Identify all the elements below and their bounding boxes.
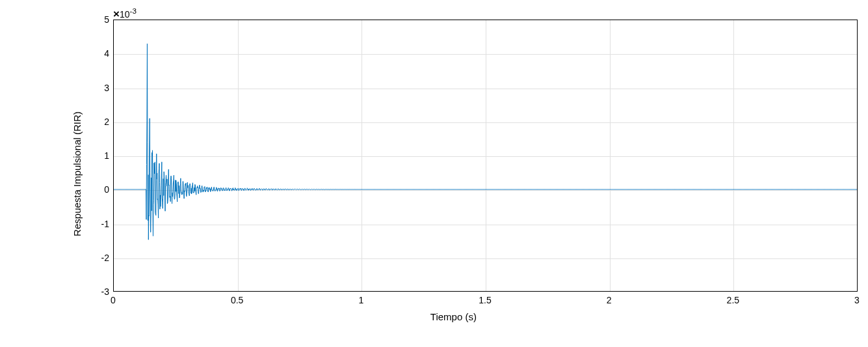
y-tick: -1 xyxy=(83,219,109,229)
mult-symbol: × xyxy=(113,8,120,20)
y-axis-exponent: ××1010-3 xyxy=(113,7,137,21)
exp-sup: -3 xyxy=(130,7,137,15)
x-axis-label: Tiempo (s) xyxy=(430,311,477,322)
x-tick: 3 xyxy=(854,295,860,305)
y-tick: -3 xyxy=(83,286,109,297)
y-tick: -2 xyxy=(83,253,109,263)
x-tick: 2.5 xyxy=(727,295,739,305)
y-tick: 4 xyxy=(83,48,109,59)
y-tick: 2 xyxy=(83,117,109,127)
y-tick: 5 xyxy=(83,14,109,25)
signal-svg xyxy=(114,20,857,291)
y-tick: 1 xyxy=(83,150,109,161)
impulse-response-line xyxy=(114,44,857,240)
chart-container: ××1010-3 0 0.5 1 1.5 2 2.5 3 -3 -2 -1 0 … xyxy=(0,0,868,347)
y-axis-label: Respuesta Impulsional (RIR) xyxy=(72,111,83,236)
y-tick: 3 xyxy=(83,83,109,93)
x-tick: 1.5 xyxy=(479,295,491,305)
y-tick: 0 xyxy=(83,184,109,195)
x-tick: 0.5 xyxy=(231,295,243,305)
x-tick: 1 xyxy=(358,295,363,305)
plot-area xyxy=(113,20,858,292)
x-tick: 2 xyxy=(607,295,612,305)
x-tick: 0 xyxy=(111,295,116,305)
